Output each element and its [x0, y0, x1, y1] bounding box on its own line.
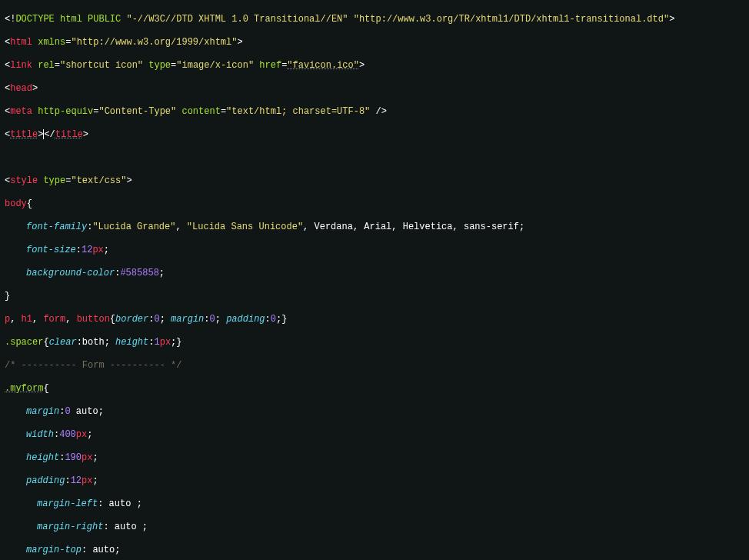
prop: font-family: [26, 222, 87, 232]
selector: .myform: [5, 383, 43, 394]
bracket: >: [359, 60, 365, 71]
selector: form: [43, 314, 65, 325]
num: 12: [82, 245, 92, 255]
code-line[interactable]: body{: [5, 198, 744, 210]
colon: :: [103, 522, 108, 532]
code-line[interactable]: <link rel="shortcut icon" type="image/x-…: [5, 60, 744, 72]
code-line[interactable]: }: [5, 291, 744, 302]
bracket: >: [38, 129, 43, 140]
doctype-string: "-//W3C//DTD XHTML 1.0 Transitional//EN"…: [126, 14, 669, 25]
unit: px: [76, 429, 87, 440]
tag: title: [55, 129, 83, 140]
code-line[interactable]: p, h1, form, button{border:0; margin:0; …: [5, 314, 744, 325]
prop: padding: [226, 314, 265, 325]
prop: height: [26, 452, 59, 463]
space: [110, 337, 115, 348]
code-line[interactable]: <style type="text/css">: [5, 175, 744, 187]
num: 190: [65, 452, 82, 463]
prop: width: [26, 429, 54, 440]
brace: {: [43, 337, 48, 348]
str: "shortcut icon": [60, 60, 143, 71]
brace: {: [110, 314, 115, 325]
code-line[interactable]: .spacer{clear:both; height:1px;}: [5, 337, 744, 348]
num: 400: [59, 429, 76, 440]
prop: border: [115, 314, 148, 325]
num: 12: [71, 475, 82, 486]
tag: style: [10, 175, 38, 186]
code-line[interactable]: margin-right: auto ;: [5, 522, 744, 533]
code-line[interactable]: <!DOCTYPE html PUBLIC "-//W3C//DTD XHTML…: [5, 14, 744, 25]
num: 0: [210, 314, 215, 325]
bracket: >: [83, 129, 88, 140]
code-line[interactable]: .myform{: [5, 383, 744, 395]
unit: px: [82, 452, 92, 463]
code-line[interactable]: font-size:12px;: [5, 245, 744, 256]
code-line[interactable]: margin:0 auto;: [5, 406, 744, 418]
num: 0: [65, 406, 70, 417]
code-line[interactable]: padding:12px;: [5, 475, 744, 487]
prop: margin: [26, 406, 59, 417]
selector: .spacer: [5, 337, 43, 348]
str: "text/html; charset=UTF-8": [226, 106, 370, 117]
semi: ;: [215, 314, 221, 325]
punct: ,: [175, 222, 186, 232]
prop: margin: [171, 314, 204, 325]
code-line[interactable]: <head>: [5, 83, 744, 95]
prop: padding: [26, 475, 65, 486]
colon: :: [76, 245, 82, 255]
val: auto: [71, 406, 98, 417]
code-line[interactable]: width:400px;: [5, 429, 744, 441]
brace: }: [281, 314, 287, 325]
semi: ;: [92, 475, 98, 486]
code-line[interactable]: background-color:#585858;: [5, 268, 744, 279]
prop: clear: [49, 337, 77, 348]
attr: http-equiv: [38, 106, 93, 117]
attr: type: [148, 60, 171, 71]
num: 1: [154, 337, 159, 348]
prop: font-size: [26, 245, 76, 255]
doctype-text: html PUBLIC: [55, 14, 127, 25]
val: auto: [109, 522, 142, 532]
code-line[interactable]: /* ---------- Form ---------- */: [5, 360, 744, 372]
code-line[interactable]: font-family:"Lucida Grande", "Lucida San…: [5, 222, 744, 233]
code-line[interactable]: margin-left: auto ;: [5, 498, 744, 510]
eq: =: [221, 106, 226, 117]
bracket: </: [44, 129, 55, 140]
punct: ,: [65, 314, 76, 325]
tag: head: [10, 83, 32, 94]
val: both: [82, 337, 105, 348]
selector: button: [77, 314, 110, 325]
bracket: >: [669, 14, 674, 25]
tag: meta: [10, 106, 32, 117]
val: , Verdana, Arial, Helvetica, sans-serif: [303, 222, 519, 232]
prop: margin-right: [37, 522, 103, 532]
code-line[interactable]: <title></title>: [5, 129, 744, 141]
str: "text/css": [71, 175, 126, 186]
code-line[interactable]: height:190px;: [5, 452, 744, 464]
code-editor[interactable]: <!DOCTYPE html PUBLIC "-//W3C//DTD XHTML…: [0, 0, 749, 560]
code-line[interactable]: <html xmlns="http://www.w3.org/1999/xhtm…: [5, 37, 744, 48]
tag: html: [10, 37, 32, 48]
brace: {: [43, 383, 48, 394]
attr: xmlns: [38, 37, 65, 48]
str: "Lucida Grande": [92, 222, 175, 232]
brace: }: [5, 291, 10, 302]
code-line[interactable]: [5, 152, 744, 164]
bracket: <!: [5, 14, 15, 25]
punct: ,: [10, 314, 21, 325]
comment: /* ---------- Form ---------- */: [5, 360, 181, 371]
str: "Lucida Sans Unicode": [187, 222, 303, 232]
semi: ;: [87, 429, 92, 440]
selector: body: [5, 198, 27, 209]
attr: rel: [38, 60, 55, 71]
val: auto: [103, 498, 136, 509]
code-line[interactable]: <meta http-equiv="Content-Type" content=…: [5, 106, 744, 118]
prop: margin-top: [26, 545, 82, 555]
str: "http://www.w3.org/1999/xhtml": [71, 37, 237, 48]
bracket: />: [370, 106, 387, 117]
semi: ;: [160, 314, 165, 325]
num: 0: [154, 314, 159, 325]
code-line[interactable]: margin-top: auto;: [5, 545, 744, 556]
attr: href: [259, 60, 281, 71]
colon: :: [65, 475, 70, 486]
